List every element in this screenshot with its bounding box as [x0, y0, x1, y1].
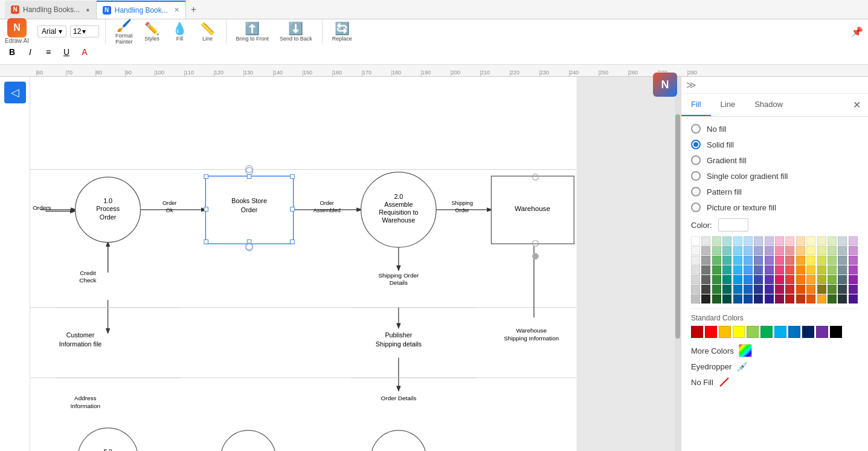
nav-home-button[interactable]: ◁	[4, 82, 26, 103]
tab-handling-books-2[interactable]: N Handling Book... ✕	[97, 1, 186, 19]
color-cell[interactable]	[796, 285, 805, 294]
color-cell[interactable]	[733, 256, 742, 265]
color-cell[interactable]	[701, 236, 710, 245]
standard-color-cell[interactable]	[733, 326, 745, 338]
color-cell[interactable]	[838, 246, 847, 255]
color-cell[interactable]	[754, 294, 763, 303]
italic-button[interactable]: I	[23, 45, 37, 59]
color-cell[interactable]	[701, 275, 710, 284]
standard-color-cell[interactable]	[760, 326, 773, 338]
color-cell[interactable]	[828, 256, 837, 265]
color-cell[interactable]	[838, 275, 847, 284]
tab-line[interactable]: Line	[711, 94, 745, 116]
font-color-button[interactable]: A	[77, 45, 92, 59]
color-cell[interactable]	[796, 236, 805, 245]
pin-button[interactable]: 📌	[851, 26, 863, 37]
color-cell[interactable]	[849, 246, 858, 255]
color-cell[interactable]	[744, 285, 753, 294]
color-cell[interactable]	[806, 256, 815, 265]
solid-fill-option[interactable]: Solid fill	[691, 140, 858, 149]
color-cell[interactable]	[806, 275, 815, 284]
color-cell[interactable]	[722, 294, 731, 303]
color-cell[interactable]	[754, 246, 763, 255]
color-cell[interactable]	[775, 275, 784, 284]
color-cell[interactable]	[817, 265, 826, 274]
single-color-gradient-option[interactable]: Single color gradient fill	[691, 171, 858, 181]
color-cell[interactable]	[817, 275, 826, 284]
color-cell[interactable]	[733, 275, 742, 284]
color-cell[interactable]	[765, 256, 774, 265]
standard-color-cell[interactable]	[747, 326, 759, 338]
standard-color-cell[interactable]	[719, 326, 731, 338]
tab-shadow[interactable]: Shadow	[745, 94, 792, 116]
color-cell[interactable]	[785, 294, 794, 303]
color-cell[interactable]	[744, 256, 753, 265]
styles-button[interactable]: ✏️ Styles	[140, 21, 164, 43]
align-button[interactable]: ≡	[41, 45, 56, 59]
color-cell[interactable]	[744, 265, 753, 274]
color-cell[interactable]	[775, 285, 784, 294]
color-cell[interactable]	[838, 285, 847, 294]
color-cell[interactable]	[733, 285, 742, 294]
color-cell[interactable]	[722, 265, 731, 274]
color-cell[interactable]	[754, 285, 763, 294]
color-cell[interactable]	[765, 236, 774, 245]
color-cell[interactable]	[828, 275, 837, 284]
color-cell[interactable]	[806, 236, 815, 245]
color-cell[interactable]	[817, 285, 826, 294]
color-cell[interactable]	[701, 285, 710, 294]
color-cell[interactable]	[733, 246, 742, 255]
bring-to-front-button[interactable]: ⬆️ Bring to Front	[233, 21, 273, 43]
color-cell[interactable]	[722, 275, 731, 284]
gradient-fill-option[interactable]: Gradient fill	[691, 155, 858, 165]
color-cell[interactable]	[785, 265, 794, 274]
send-to-back-button[interactable]: ⬇️ Send to Back	[276, 21, 316, 43]
standard-color-cell[interactable]	[788, 326, 800, 338]
color-cell[interactable]	[775, 246, 784, 255]
color-cell[interactable]	[849, 265, 858, 274]
color-cell[interactable]	[712, 294, 721, 303]
color-cell[interactable]	[775, 256, 784, 265]
color-cell[interactable]	[701, 294, 710, 303]
picture-texture-option[interactable]: Picture or texture fill	[691, 203, 858, 212]
color-cell[interactable]	[838, 294, 847, 303]
panel-close-button[interactable]: ✕	[846, 94, 868, 115]
color-cell[interactable]	[775, 294, 784, 303]
color-cell[interactable]	[806, 285, 815, 294]
standard-color-cell[interactable]	[691, 326, 703, 338]
color-cell[interactable]	[828, 246, 837, 255]
color-cell[interactable]	[722, 285, 731, 294]
color-cell[interactable]	[712, 265, 721, 274]
color-cell[interactable]	[691, 294, 700, 303]
color-preview-swatch[interactable]	[718, 218, 748, 232]
color-cell[interactable]	[754, 256, 763, 265]
color-cell[interactable]	[712, 256, 721, 265]
color-cell[interactable]	[701, 246, 710, 255]
color-cell[interactable]	[691, 285, 700, 294]
underline-button[interactable]: U	[59, 45, 74, 59]
color-cell[interactable]	[765, 285, 774, 294]
standard-color-cell[interactable]	[802, 326, 814, 338]
color-cell[interactable]	[838, 236, 847, 245]
no-fill-option[interactable]: No fill	[691, 124, 858, 134]
font-family-select[interactable]: Arial ▾	[37, 25, 66, 37]
color-cell[interactable]	[828, 294, 837, 303]
color-cell[interactable]	[806, 246, 815, 255]
color-cell[interactable]	[849, 285, 858, 294]
tab-fill[interactable]: Fill	[681, 94, 711, 116]
color-cell[interactable]	[722, 246, 731, 255]
color-cell[interactable]	[785, 275, 794, 284]
color-cell[interactable]	[712, 285, 721, 294]
color-cell[interactable]	[796, 246, 805, 255]
color-cell[interactable]	[712, 246, 721, 255]
color-cell[interactable]	[744, 236, 753, 245]
standard-color-cell[interactable]	[830, 326, 842, 338]
color-cell[interactable]	[849, 294, 858, 303]
line-button[interactable]: 📏 Line	[196, 21, 220, 43]
color-cell[interactable]	[838, 265, 847, 274]
color-cell[interactable]	[765, 294, 774, 303]
color-cell[interactable]	[806, 294, 815, 303]
color-cell[interactable]	[849, 236, 858, 245]
color-cell[interactable]	[712, 236, 721, 245]
color-cell[interactable]	[785, 256, 794, 265]
